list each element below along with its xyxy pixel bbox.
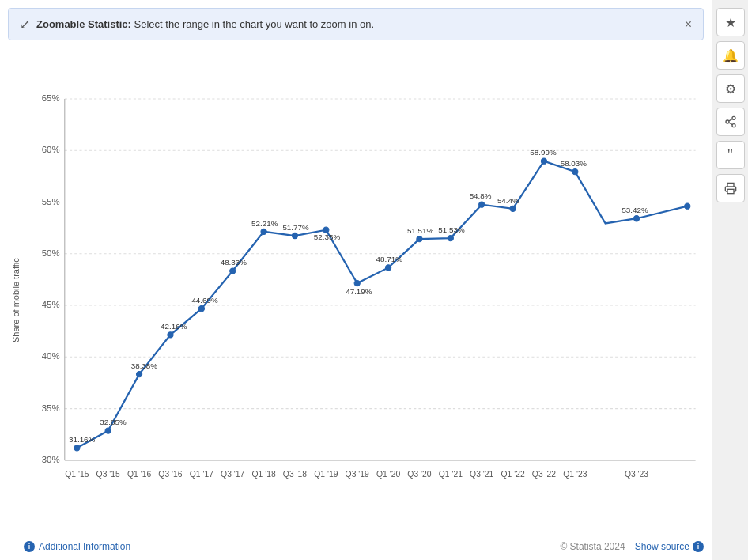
show-source-button[interactable]: Show source i	[635, 541, 704, 552]
x-label-q3-20: Q3 '20	[407, 470, 431, 479]
additional-info-label: Additional Information	[39, 541, 130, 552]
x-label-q3-16: Q3 '16	[158, 470, 182, 479]
y-label-40: 40%	[42, 351, 60, 361]
y-label-65: 65%	[42, 93, 60, 103]
datapoint-q1-16	[136, 371, 142, 376]
x-label-q1-22: Q1 '22	[501, 470, 524, 479]
quote-button[interactable]: "	[716, 141, 745, 169]
y-label-45: 45%	[42, 300, 60, 309]
y-label-50: 50%	[42, 248, 60, 258]
label-q3-21: 54.8%	[470, 191, 492, 200]
datapoint-q1-18	[261, 229, 266, 234]
y-label-35: 35%	[42, 403, 60, 413]
zoom-banner-bold: Zoomable Statistic: Select the range in …	[36, 18, 374, 30]
svg-point-1	[726, 120, 729, 123]
datapoint-q3-20	[417, 236, 422, 242]
datapoint-q1-15	[74, 445, 80, 451]
datapoint-q1-22	[510, 206, 516, 211]
footer: i Additional Information © Statista 2024…	[24, 541, 704, 552]
chart-area: Share of mobile traffic	[8, 48, 704, 552]
chart-svg[interactable]: 30% 35% 40% 45% 50% 55% 60% 65%	[24, 48, 704, 536]
svg-line-3	[728, 123, 732, 125]
additional-info-button[interactable]: i Additional Information	[24, 541, 130, 552]
datapoint-q3-17	[230, 268, 236, 274]
label-q3-23: 53.42%	[621, 206, 648, 214]
x-label-q1-15: Q1 '15	[65, 470, 89, 479]
label-q3-16: 42.16%	[161, 322, 187, 331]
zoom-close-button[interactable]: ×	[685, 17, 692, 32]
datapoint-q3-21	[479, 202, 485, 207]
label-q3-18: 51.77%	[282, 223, 309, 232]
label-q3-22: 58.99%	[530, 148, 557, 157]
datapoint-q1-23	[572, 169, 578, 175]
x-label-q1-17: Q1 '17	[190, 470, 213, 479]
svg-line-4	[728, 119, 732, 121]
x-label-q3-22: Q3 '22	[532, 470, 556, 479]
label-q3-17: 48.33%	[221, 258, 247, 267]
x-label-q1-18: Q1 '18	[251, 470, 275, 479]
chart-inner: 30% 35% 40% 45% 50% 55% 60% 65%	[24, 48, 704, 552]
favorite-button[interactable]: ★	[716, 8, 745, 36]
x-label-q3-19: Q3 '19	[346, 470, 369, 479]
datapoint-q1-21	[448, 235, 453, 240]
datapoint-q3-16	[168, 332, 173, 338]
label-q3-20: 51.51%	[407, 226, 434, 235]
share-button[interactable]	[716, 108, 745, 136]
y-label-30: 30%	[42, 455, 60, 464]
datapoint-q3-15	[105, 428, 111, 433]
show-source-label: Show source	[635, 541, 689, 552]
datapoint-q3-22	[541, 158, 546, 164]
statista-credit: © Statista 2024	[560, 541, 625, 552]
info-icon: i	[24, 541, 35, 552]
label-q1-16: 38.38%	[131, 361, 158, 370]
x-label-q1-19: Q1 '19	[314, 470, 338, 479]
label-q3-15: 32.85%	[100, 418, 127, 426]
y-label-55: 55%	[42, 197, 60, 206]
right-sidebar: ★ 🔔 ⚙ "	[712, 0, 748, 560]
x-label-q3-23: Q3 '23	[625, 470, 648, 479]
share-icon	[724, 115, 737, 128]
svg-point-0	[732, 116, 735, 119]
datapoint-q3-23	[633, 216, 639, 221]
svg-rect-5	[727, 189, 734, 193]
x-label-q3-17: Q3 '17	[221, 470, 244, 479]
notification-button[interactable]: 🔔	[716, 41, 745, 70]
data-line	[77, 161, 687, 448]
x-label-q1-20: Q1 '20	[376, 470, 400, 479]
datapoint-q1-20	[385, 265, 391, 271]
chart-svg-container[interactable]: 30% 35% 40% 45% 50% 55% 60% 65%	[24, 48, 704, 536]
datapoint-q1-17	[198, 306, 204, 312]
datapoint-end	[685, 203, 690, 209]
y-axis-label: Share of mobile traffic	[8, 48, 24, 552]
label-q1-17: 44.69%	[191, 296, 218, 305]
zoom-text-bold: Zoomable Statistic:	[36, 18, 131, 30]
x-label-q1-23: Q1 '23	[563, 470, 587, 479]
main-content: ⤢ Zoomable Statistic: Select the range i…	[0, 0, 712, 560]
zoom-text-desc: Select the range in the chart you want t…	[131, 18, 374, 30]
y-label-60: 60%	[42, 145, 60, 154]
svg-point-2	[732, 124, 735, 127]
label-q1-15: 31.16%	[69, 435, 96, 444]
label-q3-19: 47.19%	[346, 287, 372, 296]
settings-button[interactable]: ⚙	[716, 74, 745, 103]
x-label-q3-21: Q3 '21	[470, 470, 493, 479]
x-label-q3-15: Q3 '15	[96, 470, 120, 479]
datapoint-q3-18	[292, 233, 297, 238]
label-q1-21: 51.53%	[438, 225, 465, 234]
x-label-q1-21: Q1 '21	[439, 470, 463, 479]
footer-right: © Statista 2024 Show source i	[560, 541, 704, 552]
zoom-banner-left: ⤢ Zoomable Statistic: Select the range i…	[20, 17, 374, 32]
zoom-icon: ⤢	[20, 17, 30, 32]
label-q1-19: 52.35%	[314, 233, 341, 241]
zoom-banner: ⤢ Zoomable Statistic: Select the range i…	[8, 8, 704, 40]
show-source-info-icon: i	[693, 541, 704, 552]
label-q1-22: 54.4%	[497, 196, 519, 205]
print-button[interactable]	[716, 174, 745, 202]
label-q1-18: 52.21%	[251, 219, 278, 228]
x-label-q1-16: Q1 '16	[127, 470, 151, 479]
x-label-q3-18: Q3 '18	[283, 470, 307, 479]
label-q1-23: 58.03%	[561, 159, 587, 168]
label-q1-20: 48.71%	[376, 255, 403, 263]
datapoint-q3-19	[354, 280, 360, 286]
print-icon	[724, 182, 737, 195]
